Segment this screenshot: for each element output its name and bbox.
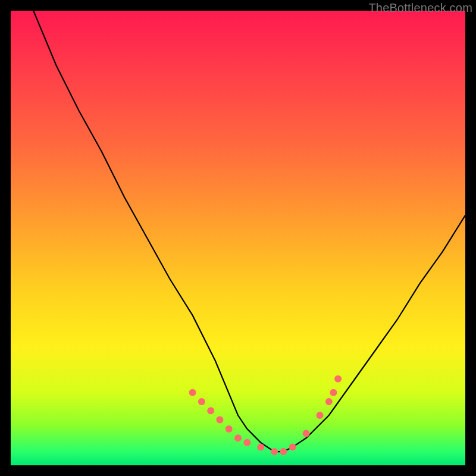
highlight-dot (330, 389, 337, 396)
highlight-dot (189, 389, 196, 396)
highlight-dot (289, 443, 296, 450)
highlight-dot (207, 407, 214, 414)
highlight-dot (198, 398, 205, 405)
highlight-dot (271, 448, 278, 455)
highlight-dot (257, 443, 264, 450)
highlight-dot (243, 439, 250, 446)
highlight-dot (334, 375, 342, 383)
highlight-dot (234, 434, 242, 441)
highlight-dot (280, 448, 287, 455)
highlight-dot (325, 398, 333, 405)
highlight-dot (216, 416, 223, 424)
bottleneck-curve (33, 11, 465, 452)
highlight-dots (189, 375, 342, 455)
curve-layer (11, 11, 465, 465)
watermark-text: TheBottleneck.com (368, 1, 472, 15)
highlight-dot (317, 412, 324, 419)
highlight-dot (226, 425, 233, 433)
chart-stage: TheBottleneck.com (0, 0, 476, 476)
highlight-dot (303, 430, 310, 437)
